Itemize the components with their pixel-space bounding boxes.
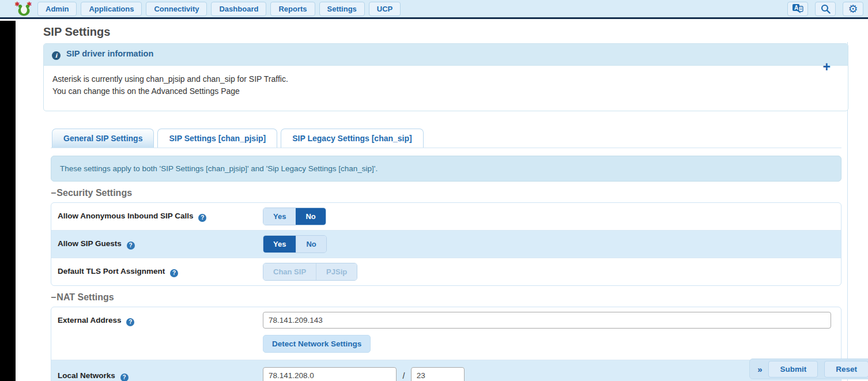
external-address-label: External Address ?: [58, 312, 263, 326]
screen: ✱ ✱ Admin Applications Connectivity Dash…: [0, 0, 868, 381]
nav-item-dashboard[interactable]: Dashboard: [211, 2, 266, 16]
row-default-tls-port: Default TLS Port Assignment ? Chan SIP P…: [51, 258, 841, 285]
settings-apply-alert: These settings apply to both 'SIP Settin…: [51, 156, 841, 182]
nav-item-ucp[interactable]: UCP: [369, 2, 401, 16]
search-icon: [821, 4, 831, 14]
allow-anonymous-label: Allow Anonymous Inbound SIP Calls ?: [58, 208, 263, 222]
reset-button[interactable]: Reset: [824, 361, 868, 378]
network-mask-separator: /: [402, 371, 405, 380]
allow-anonymous-no-button[interactable]: No: [296, 208, 325, 225]
submit-button[interactable]: Submit: [768, 361, 818, 378]
search-button[interactable]: [815, 2, 836, 16]
settings-area: General SIP Settings SIP Settings [chan_…: [51, 129, 841, 381]
allow-anonymous-control: Yes No: [263, 208, 835, 225]
default-tls-port-control: Chan SIP PJSip: [263, 263, 835, 281]
sip-driver-info-panel: i SIP driver information + Asterisk is c…: [43, 43, 848, 111]
frog-logo-icon: ✱ ✱: [15, 1, 33, 17]
expand-plus-icon[interactable]: +: [823, 61, 831, 73]
action-toolbar: » Submit Reset: [749, 359, 868, 379]
tab-sip-legacy-settings-chan-sip[interactable]: SIP Legacy Settings [chan_sip]: [281, 129, 423, 148]
help-icon[interactable]: ?: [126, 318, 134, 326]
network-mask-input[interactable]: [411, 367, 465, 381]
row-local-networks: Local Networks ? /: [51, 360, 841, 381]
info-icon: i: [52, 51, 61, 60]
collapse-dash-icon: −: [51, 292, 56, 302]
freepbx-logo[interactable]: ✱ ✱: [15, 1, 33, 17]
nav-menu: Admin Applications Connectivity Dashboar…: [37, 2, 787, 16]
allow-anonymous-yes-button[interactable]: Yes: [263, 208, 296, 225]
allow-sip-guests-yes-button[interactable]: Yes: [263, 236, 296, 252]
security-settings-title: Security Settings: [56, 188, 132, 198]
nav-right-icons: A ⚙: [787, 2, 865, 16]
gear-icon: ⚙: [848, 3, 858, 14]
default-tls-port-toggle: Chan SIP PJSip: [263, 263, 357, 281]
tab-general-sip-settings[interactable]: General SIP Settings: [52, 129, 154, 148]
help-icon[interactable]: ?: [198, 214, 206, 222]
nat-settings-title: NAT Settings: [56, 292, 114, 302]
help-icon[interactable]: ?: [170, 269, 178, 277]
tab-sip-settings-chan-pjsip[interactable]: SIP Settings [chan_pjsip]: [157, 129, 277, 148]
row-allow-sip-guests: Allow SIP Guests ? Yes No: [51, 231, 841, 258]
tls-pjsip-button[interactable]: PJSip: [316, 263, 357, 280]
local-networks-label-text: Local Networks: [58, 371, 115, 380]
default-tls-port-label: Default TLS Port Assignment ?: [58, 263, 263, 277]
sip-driver-info-header[interactable]: i SIP driver information +: [44, 44, 848, 66]
sip-driver-info-title: SIP driver information: [66, 49, 153, 58]
detect-network-settings-button[interactable]: Detect Network Settings: [263, 335, 371, 353]
external-address-input[interactable]: [263, 312, 831, 329]
top-nav: ✱ ✱ Admin Applications Connectivity Dash…: [0, 0, 868, 19]
local-network-input[interactable]: [263, 367, 397, 381]
security-settings-box: Allow Anonymous Inbound SIP Calls ? Yes …: [51, 202, 841, 286]
translate-button[interactable]: A: [787, 2, 808, 16]
nat-settings-box: External Address ? Detect Network Settin…: [51, 307, 841, 381]
default-tls-port-label-text: Default TLS Port Assignment: [58, 267, 165, 276]
allow-sip-guests-control: Yes No: [263, 235, 835, 253]
translate-icon: A: [792, 3, 803, 14]
nat-settings-header[interactable]: −NAT Settings: [51, 292, 841, 303]
local-networks-label: Local Networks ?: [58, 367, 263, 381]
row-external-address: External Address ? Detect Network Settin…: [51, 307, 841, 360]
sip-driver-info-body: Asterisk is currently using chan_pjsip a…: [44, 66, 848, 111]
nav-item-reports[interactable]: Reports: [270, 2, 315, 16]
collapse-dash-icon: −: [51, 188, 56, 198]
nav-item-admin[interactable]: Admin: [37, 2, 77, 16]
driver-info-line-1: Asterisk is currently using chan_pjsip a…: [52, 73, 839, 85]
toolbar-collapse-chevron-icon[interactable]: »: [757, 364, 762, 374]
driver-info-line-2: You can change this on the Advanced Sett…: [52, 85, 839, 97]
external-address-label-text: External Address: [58, 316, 122, 325]
external-address-control: Detect Network Settings: [263, 312, 835, 353]
page-title: SIP Settings: [43, 25, 848, 39]
allow-sip-guests-label-text: Allow SIP Guests: [58, 239, 122, 248]
help-icon[interactable]: ?: [127, 242, 135, 250]
security-settings-header[interactable]: −Security Settings: [51, 187, 841, 199]
left-black-strip: [0, 21, 16, 381]
sip-settings-tabs: General SIP Settings SIP Settings [chan_…: [51, 129, 841, 148]
nav-item-connectivity[interactable]: Connectivity: [146, 2, 207, 16]
settings-gear-button[interactable]: ⚙: [843, 2, 863, 16]
tls-chan-sip-button[interactable]: Chan SIP: [263, 263, 316, 280]
main-content: SIP Settings i SIP driver information + …: [16, 21, 868, 381]
help-icon[interactable]: ?: [120, 374, 129, 381]
nav-item-applications[interactable]: Applications: [81, 2, 142, 16]
svg-text:A: A: [794, 5, 798, 11]
allow-anonymous-label-text: Allow Anonymous Inbound SIP Calls: [58, 212, 194, 220]
row-allow-anonymous-inbound: Allow Anonymous Inbound SIP Calls ? Yes …: [51, 203, 841, 231]
nav-item-settings[interactable]: Settings: [319, 2, 365, 16]
allow-anonymous-toggle: Yes No: [263, 208, 326, 225]
allow-sip-guests-toggle: Yes No: [263, 235, 327, 253]
allow-sip-guests-label: Allow SIP Guests ?: [58, 235, 263, 250]
allow-sip-guests-no-button[interactable]: No: [296, 236, 326, 252]
